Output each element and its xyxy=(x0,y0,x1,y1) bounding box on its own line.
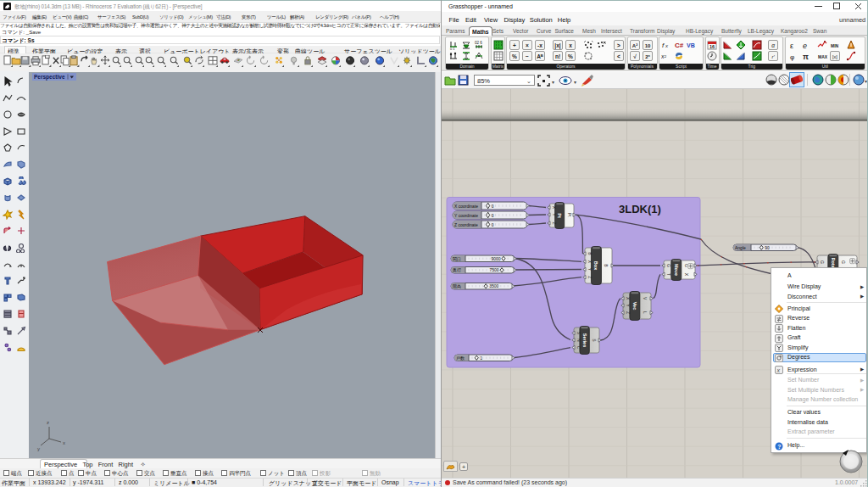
svg-text:Pt: Pt xyxy=(567,213,572,217)
svg-text:Z coordinate: Z coordinate xyxy=(454,222,478,227)
svg-text:0 1: 0 1 xyxy=(450,46,455,50)
svg-text:?: ? xyxy=(777,443,781,449)
svg-text:G: G xyxy=(666,264,671,267)
svg-text:MAX: MAX xyxy=(818,54,827,59)
svg-text:%: % xyxy=(512,53,517,59)
svg-text:e: e xyxy=(803,41,807,49)
svg-text:3500: 3500 xyxy=(489,283,498,288)
svg-text:Y coordinate: Y coordinate xyxy=(454,213,478,218)
svg-text:x: x xyxy=(665,43,669,48)
svg-text:G: G xyxy=(841,260,846,264)
svg-text:N: N xyxy=(576,339,581,342)
svg-text:02 6: 02 6 xyxy=(475,41,482,45)
svg-text:1: 1 xyxy=(480,355,482,361)
svg-text:奥行: 奥行 xyxy=(453,267,461,273)
svg-text:%: % xyxy=(568,53,573,59)
svg-text:MIN: MIN xyxy=(831,42,839,48)
svg-text:[x]: [x] xyxy=(832,54,837,59)
svg-text:+: + xyxy=(513,42,516,48)
svg-text:x²: x² xyxy=(661,53,667,59)
svg-text:戸数: 戸数 xyxy=(456,355,465,361)
svg-text:-x: -x xyxy=(537,42,542,48)
svg-text:z: z xyxy=(47,420,49,425)
svg-text:C: C xyxy=(576,346,581,350)
svg-text:Perspective: Perspective xyxy=(34,74,65,81)
svg-text:π: π xyxy=(803,53,809,61)
svg-text:間口: 間口 xyxy=(453,256,461,262)
svg-text:9000: 9000 xyxy=(491,256,500,261)
svg-text:Z: Z xyxy=(587,276,593,278)
svg-text:y: y xyxy=(37,446,40,451)
svg-text:10: 10 xyxy=(645,42,651,48)
svg-text:7500: 7500 xyxy=(489,267,498,272)
svg-text:Vec: Vec xyxy=(632,302,637,310)
svg-text:2ⁿ: 2ⁿ xyxy=(645,54,650,59)
svg-text:A²: A² xyxy=(632,42,637,48)
svg-text:0: 0 xyxy=(492,222,494,227)
svg-text:×: × xyxy=(526,42,529,48)
svg-text:x: x xyxy=(569,42,572,48)
svg-text:3LDK(1): 3LDK(1) xyxy=(619,203,661,216)
svg-text:|x|: |x| xyxy=(554,42,560,48)
svg-text:G: G xyxy=(820,260,825,264)
svg-text:Aᴮ: Aᴮ xyxy=(537,53,543,59)
svg-text:0: 0 xyxy=(492,213,494,218)
svg-text:L: L xyxy=(643,311,648,314)
svg-text:0: 0 xyxy=(492,204,494,209)
svg-text:X coordinate: X coordinate xyxy=(454,204,478,209)
svg-text:√: √ xyxy=(633,53,637,59)
svg-text:<: < xyxy=(617,53,620,59)
svg-text:α: α xyxy=(771,42,775,48)
svg-text:Box: Box xyxy=(593,261,598,271)
svg-text:T: T xyxy=(666,273,671,276)
svg-text:φ: φ xyxy=(790,53,794,61)
svg-text:>: > xyxy=(617,42,620,48)
svg-text:ε: ε xyxy=(790,41,793,49)
svg-text:−: − xyxy=(526,53,529,59)
svg-text:Z: Z xyxy=(552,221,557,224)
svg-text:C#: C# xyxy=(675,42,684,49)
svg-text:VB: VB xyxy=(687,42,695,48)
svg-text:Move: Move xyxy=(674,264,679,276)
svg-text:16: 16 xyxy=(709,44,715,49)
svg-text:n!: n! xyxy=(555,53,560,59)
svg-text:90: 90 xyxy=(765,245,770,250)
svg-text:Series: Series xyxy=(582,333,587,348)
svg-text:f: f xyxy=(662,42,665,49)
svg-text:Z: Z xyxy=(626,311,631,314)
svg-text:階高: 階高 xyxy=(453,283,461,289)
svg-text:x: x xyxy=(63,440,65,445)
svg-text:Pt: Pt xyxy=(557,213,562,218)
svg-text:Angle: Angle xyxy=(735,245,746,250)
svg-text:x: x xyxy=(776,367,781,373)
